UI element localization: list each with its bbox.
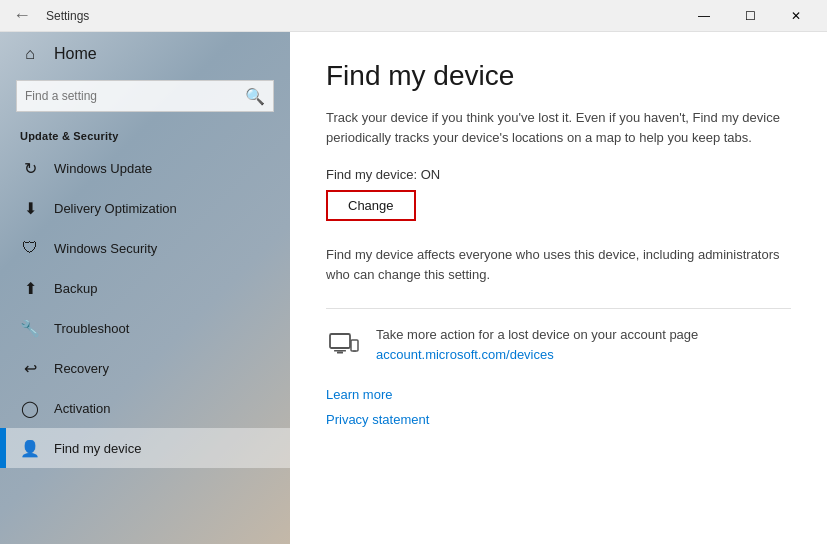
divider: [326, 308, 791, 309]
backup-icon: ⬆: [20, 278, 40, 298]
home-label: Home: [54, 45, 97, 63]
sidebar-item-activation[interactable]: ◯ Activation: [0, 388, 290, 428]
sidebar-item-troubleshoot[interactable]: 🔧 Troubleshoot: [0, 308, 290, 348]
action-section: Take more action for a lost device on yo…: [326, 325, 791, 363]
sidebar-item-label: Activation: [54, 401, 110, 416]
devices-icon: [326, 327, 362, 363]
minimize-button[interactable]: —: [681, 0, 727, 32]
find-my-device-icon: 👤: [20, 438, 40, 458]
link-section: Learn more Privacy statement: [326, 387, 791, 427]
action-text: Take more action for a lost device on yo…: [376, 327, 698, 342]
windows-security-icon: 🛡: [20, 238, 40, 258]
back-button[interactable]: ←: [8, 2, 36, 30]
sidebar-item-recovery[interactable]: ↩ Recovery: [0, 348, 290, 388]
sidebar-item-label: Backup: [54, 281, 97, 296]
section-header: Update & Security: [0, 120, 290, 148]
window-controls: — ☐ ✕: [681, 0, 819, 32]
svg-rect-0: [330, 334, 350, 348]
search-box: 🔍: [16, 80, 274, 112]
svg-rect-2: [337, 352, 343, 354]
delivery-optimization-icon: ⬇: [20, 198, 40, 218]
page-title: Find my device: [326, 60, 791, 92]
title-bar: ← Settings — ☐ ✕: [0, 0, 827, 32]
sidebar-item-windows-update[interactable]: ↻ Windows Update: [0, 148, 290, 188]
privacy-link[interactable]: Privacy statement: [326, 412, 791, 427]
svg-rect-3: [351, 340, 358, 351]
windows-update-icon: ↻: [20, 158, 40, 178]
sidebar-item-label: Recovery: [54, 361, 109, 376]
sidebar-item-label: Windows Update: [54, 161, 152, 176]
app-title: Settings: [46, 9, 89, 23]
recovery-icon: ↩: [20, 358, 40, 378]
troubleshoot-icon: 🔧: [20, 318, 40, 338]
sidebar: ⌂ Home 🔍 Update & Security ↻ Windows Upd…: [0, 32, 290, 544]
main-content: Find my device Track your device if you …: [290, 32, 827, 544]
svg-rect-1: [334, 350, 346, 352]
status-line: Find my device: ON: [326, 167, 791, 182]
sidebar-item-backup[interactable]: ⬆ Backup: [0, 268, 290, 308]
activation-icon: ◯: [20, 398, 40, 418]
sidebar-item-delivery-optimization[interactable]: ⬇ Delivery Optimization: [0, 188, 290, 228]
sidebar-item-label: Find my device: [54, 441, 141, 456]
home-icon: ⌂: [20, 44, 40, 64]
close-button[interactable]: ✕: [773, 0, 819, 32]
search-icon: 🔍: [245, 87, 265, 106]
sidebar-item-label: Delivery Optimization: [54, 201, 177, 216]
svg-rect-4: [353, 351, 356, 352]
action-link[interactable]: account.microsoft.com/devices: [376, 347, 698, 362]
maximize-button[interactable]: ☐: [727, 0, 773, 32]
app-body: ⌂ Home 🔍 Update & Security ↻ Windows Upd…: [0, 32, 827, 544]
change-button[interactable]: Change: [326, 190, 416, 221]
action-text-block: Take more action for a lost device on yo…: [376, 325, 698, 362]
search-input[interactable]: [25, 89, 245, 103]
description: Track your device if you think you've lo…: [326, 108, 791, 147]
sidebar-home[interactable]: ⌂ Home: [0, 32, 290, 76]
sidebar-item-windows-security[interactable]: 🛡 Windows Security: [0, 228, 290, 268]
affects-text: Find my device affects everyone who uses…: [326, 245, 791, 284]
sidebar-item-find-my-device[interactable]: 👤 Find my device: [0, 428, 290, 468]
sidebar-item-label: Troubleshoot: [54, 321, 129, 336]
learn-more-link[interactable]: Learn more: [326, 387, 791, 402]
sidebar-item-label: Windows Security: [54, 241, 157, 256]
